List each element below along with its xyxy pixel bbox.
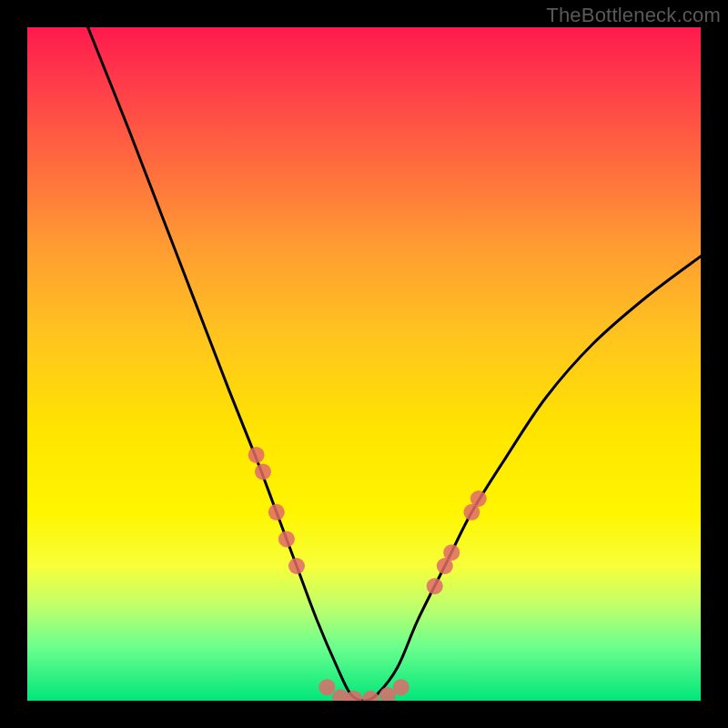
data-marker — [427, 578, 443, 594]
attribution-text: TheBottleneck.com — [546, 4, 721, 27]
marker-group — [248, 447, 487, 701]
bottleneck-curve — [88, 27, 701, 701]
data-marker — [255, 463, 271, 480]
data-marker — [393, 679, 410, 695]
data-marker — [278, 531, 295, 547]
curve-svg — [27, 27, 701, 701]
data-marker — [268, 504, 285, 521]
data-marker — [362, 691, 379, 701]
data-marker — [443, 544, 460, 561]
data-marker — [288, 558, 305, 574]
data-marker — [248, 447, 265, 463]
data-marker — [318, 679, 335, 695]
data-marker — [470, 490, 487, 507]
plot-area — [27, 27, 701, 701]
chart-frame: TheBottleneck.com — [0, 0, 728, 728]
